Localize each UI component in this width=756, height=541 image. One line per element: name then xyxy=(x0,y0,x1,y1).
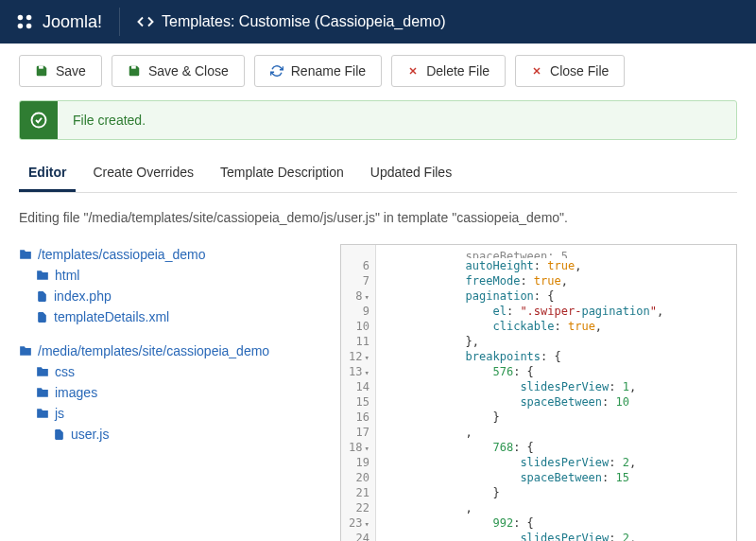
editor-code[interactable]: spaceBetween: 5, autoHeight: true, freeM… xyxy=(376,245,736,541)
joomla-logo-icon xyxy=(14,11,35,32)
folder-icon xyxy=(36,365,49,378)
page-title: Templates: Customise (Cassiopeia_demo) xyxy=(162,13,446,30)
rename-file-button[interactable]: Rename File xyxy=(254,55,382,87)
brand-name: Joomla! xyxy=(43,12,102,32)
page-title-area: Templates: Customise (Cassiopeia_demo) xyxy=(137,13,446,30)
file-icon xyxy=(36,311,48,323)
tabs: Editor Create Overrides Template Descrip… xyxy=(19,155,737,193)
tree-folder-images[interactable]: images xyxy=(36,382,321,403)
tree-root-media[interactable]: /media/templates/site/cassiopeia_demo xyxy=(19,340,321,361)
svg-point-2 xyxy=(18,24,24,29)
tree-folder-js[interactable]: js xyxy=(36,403,321,424)
save-icon xyxy=(35,64,48,78)
work-area: /templates/cassiopeia_demo html index.ph… xyxy=(19,244,737,541)
brand-logo[interactable]: Joomla! xyxy=(14,11,102,32)
close-icon xyxy=(407,65,419,77)
tree-folder-css[interactable]: css xyxy=(36,361,321,382)
folder-icon xyxy=(19,248,32,261)
svg-point-1 xyxy=(26,15,32,21)
tree-file-userjs[interactable]: user.js xyxy=(53,424,321,445)
save-icon xyxy=(128,64,141,78)
svg-rect-4 xyxy=(39,66,43,69)
code-editor[interactable]: 6789101112131415161718192021222324252627… xyxy=(340,244,737,541)
editing-file-label: Editing file "/media/templates/site/cass… xyxy=(19,210,737,225)
content-area: Editing file "/media/templates/site/cass… xyxy=(0,210,756,541)
refresh-icon xyxy=(270,64,284,78)
tab-template-description[interactable]: Template Description xyxy=(211,155,353,192)
folder-icon xyxy=(36,407,49,420)
save-button[interactable]: Save xyxy=(19,55,102,87)
header-divider xyxy=(119,8,120,36)
toolbar: Save Save & Close Rename File Delete Fil… xyxy=(0,44,756,100)
close-file-button[interactable]: Close File xyxy=(515,55,625,87)
editor-gutter: 6789101112131415161718192021222324252627… xyxy=(341,245,376,541)
tree-file-templatedetails[interactable]: templateDetails.xml xyxy=(36,306,321,327)
tree-file-index[interactable]: index.php xyxy=(36,286,321,306)
file-icon xyxy=(36,290,48,303)
save-close-button[interactable]: Save & Close xyxy=(112,55,245,87)
tree-root-templates[interactable]: /templates/cassiopeia_demo xyxy=(19,244,321,265)
app-header: Joomla! Templates: Customise (Cassiopeia… xyxy=(0,0,756,44)
check-circle-icon xyxy=(30,112,47,129)
code-icon xyxy=(137,13,154,30)
folder-icon xyxy=(36,386,49,399)
folder-icon xyxy=(19,344,32,358)
folder-icon xyxy=(36,269,49,282)
svg-point-3 xyxy=(26,24,32,29)
alert-message: File created. xyxy=(58,113,146,128)
file-tree: /templates/cassiopeia_demo html index.ph… xyxy=(19,244,321,445)
svg-point-0 xyxy=(18,15,24,21)
svg-rect-5 xyxy=(131,66,136,69)
tab-updated-files[interactable]: Updated Files xyxy=(361,155,461,192)
close-icon xyxy=(531,65,542,77)
tree-folder-html[interactable]: html xyxy=(36,265,321,286)
tab-create-overrides[interactable]: Create Overrides xyxy=(83,155,203,192)
alert-icon-box xyxy=(20,101,58,139)
tab-editor[interactable]: Editor xyxy=(19,155,76,192)
success-alert: File created. xyxy=(19,100,737,140)
delete-file-button[interactable]: Delete File xyxy=(391,55,506,87)
file-icon xyxy=(53,428,65,441)
